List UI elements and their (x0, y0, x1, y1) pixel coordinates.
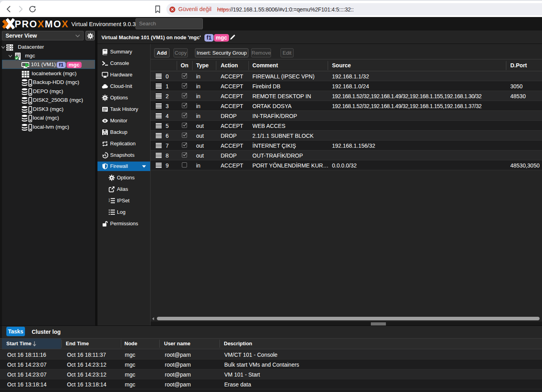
svg-text:2: 2 (109, 200, 110, 202)
